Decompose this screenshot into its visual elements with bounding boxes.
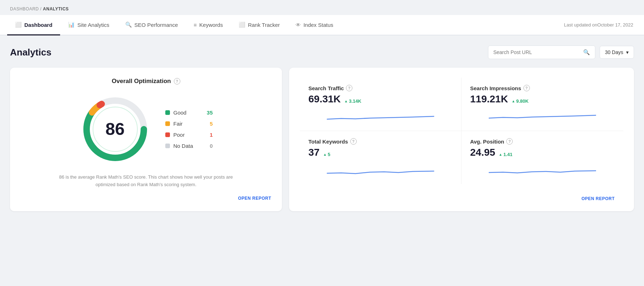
- metric-total-keywords: Total Keywords ? 37 5: [300, 131, 462, 184]
- avg-position-value: 24.95: [470, 147, 495, 158]
- rank-tracker-icon: ⬜: [239, 21, 245, 28]
- legend-nodata-label: No Data: [174, 143, 202, 149]
- search-impressions-value: 119.21K: [470, 93, 508, 105]
- avg-position-delta: 1.41: [499, 152, 512, 157]
- tab-rank-tracker-label: Rank Tracker: [248, 22, 280, 28]
- search-traffic-sparkline: [308, 109, 453, 123]
- main-content: Analytics 🔍 30 Days ▾ Overall Optimizati…: [0, 35, 644, 218]
- donut-score: 86: [106, 120, 125, 139]
- breadcrumb-separator: /: [40, 6, 42, 11]
- tab-site-analytics[interactable]: 📊 Site Analytics: [60, 15, 117, 35]
- index-status-icon: 👁: [296, 22, 301, 28]
- optimization-title: Overall Optimization ?: [21, 78, 271, 85]
- tab-keywords[interactable]: ≡ Keywords: [186, 15, 231, 35]
- tab-rank-tracker[interactable]: ⬜ Rank Tracker: [231, 15, 288, 35]
- breadcrumb-base: DASHBOARD: [10, 6, 39, 11]
- breadcrumb-current: ANALYTICS: [43, 6, 69, 11]
- total-keywords-value-row: 37 5: [308, 147, 453, 158]
- days-dropdown-label: 30 Days: [605, 49, 623, 55]
- search-impressions-sparkline: [470, 109, 615, 123]
- last-updated: Last updated on October 17, 2022: [560, 15, 637, 35]
- search-impressions-help-icon[interactable]: ?: [523, 85, 530, 91]
- days-dropdown[interactable]: 30 Days ▾: [600, 46, 634, 59]
- avg-position-help-icon[interactable]: ?: [506, 138, 513, 145]
- tab-seo-performance-label: SEO Performance: [135, 22, 178, 28]
- seo-icon: 🔍: [125, 21, 132, 28]
- search-url-input[interactable]: [493, 49, 580, 55]
- page-header: Analytics 🔍 30 Days ▾: [10, 45, 634, 59]
- open-report-right-button[interactable]: OPEN REPORT: [308, 196, 615, 201]
- legend-poor-label: Poor: [174, 132, 202, 138]
- keywords-icon: ≡: [194, 22, 197, 28]
- avg-position-sparkline: [470, 163, 615, 177]
- tab-index-status[interactable]: 👁 Index Status: [288, 15, 341, 35]
- optimization-card: Overall Optimization ?: [10, 68, 282, 211]
- open-report-left-button[interactable]: OPEN REPORT: [21, 196, 271, 201]
- tab-dashboard-label: Dashboard: [24, 22, 52, 28]
- tab-dashboard[interactable]: ⬜ Dashboard: [7, 15, 60, 35]
- search-traffic-delta: 3.14K: [344, 98, 361, 104]
- metric-search-impressions: Search Impressions ? 119.21K 9.80K: [462, 78, 623, 131]
- legend-fair-dot: [165, 121, 170, 126]
- total-keywords-value: 37: [308, 147, 319, 158]
- legend-poor: Poor 1: [165, 132, 213, 138]
- legend-fair-value: 5: [206, 121, 213, 127]
- legend-nodata: No Data 0: [165, 143, 213, 149]
- cards-row: Overall Optimization ?: [10, 68, 634, 211]
- tab-keywords-label: Keywords: [199, 22, 223, 28]
- metrics-footer: OPEN REPORT: [300, 184, 623, 201]
- total-keywords-sparkline: [308, 163, 453, 177]
- legend-fair: Fair 5: [165, 121, 213, 127]
- search-impressions-label: Search Impressions ?: [470, 85, 615, 91]
- legend-nodata-dot: [165, 144, 170, 148]
- search-impressions-delta: 9.80K: [512, 98, 529, 104]
- dashboard-icon: ⬜: [15, 21, 22, 28]
- search-url-box[interactable]: 🔍: [488, 45, 595, 59]
- total-keywords-delta: 5: [323, 152, 330, 157]
- avg-position-value-row: 24.95 1.41: [470, 147, 615, 158]
- total-keywords-help-icon[interactable]: ?: [350, 138, 357, 145]
- tabs-bar: ⬜ Dashboard 📊 Site Analytics 🔍 SEO Perfo…: [0, 15, 644, 35]
- donut-center: 86: [106, 121, 125, 138]
- metric-search-traffic: Search Traffic ? 69.31K 3.14K: [300, 78, 462, 131]
- search-impressions-value-row: 119.21K 9.80K: [470, 93, 615, 105]
- tab-site-analytics-label: Site Analytics: [77, 22, 109, 28]
- donut-chart: 86: [79, 93, 151, 165]
- last-updated-date: October 17, 2022: [597, 21, 633, 29]
- search-traffic-help-icon[interactable]: ?: [346, 85, 352, 91]
- page-title: Analytics: [10, 47, 52, 58]
- tab-index-status-label: Index Status: [303, 22, 333, 28]
- legend-good-dot: [165, 110, 170, 115]
- legend-poor-dot: [165, 132, 170, 137]
- breadcrumb: DASHBOARD / ANALYTICS: [0, 0, 644, 15]
- header-controls: 🔍 30 Days ▾: [488, 45, 634, 59]
- optimization-description: 86 is the average Rank Math's SEO score.…: [57, 174, 235, 189]
- site-analytics-icon: 📊: [68, 21, 75, 28]
- legend-fair-label: Fair: [174, 121, 202, 127]
- last-updated-label: Last updated on: [564, 21, 597, 29]
- search-traffic-label: Search Traffic ?: [308, 85, 453, 91]
- tab-seo-performance[interactable]: 🔍 SEO Performance: [117, 15, 186, 35]
- total-keywords-label: Total Keywords ?: [308, 138, 453, 145]
- optimization-help-icon[interactable]: ?: [174, 78, 180, 84]
- optimization-body: 86 Good 35 Fair 5: [21, 93, 271, 165]
- legend-good-value: 35: [206, 110, 213, 116]
- optimization-legend: Good 35 Fair 5 Poor 1 N: [165, 110, 213, 149]
- metrics-grid: Search Traffic ? 69.31K 3.14K Search Imp…: [300, 78, 623, 184]
- legend-nodata-value: 0: [206, 143, 213, 149]
- search-traffic-value-row: 69.31K 3.14K: [308, 93, 453, 105]
- metric-avg-position: Avg. Position ? 24.95 1.41: [462, 131, 623, 184]
- avg-position-label: Avg. Position ?: [470, 138, 615, 145]
- metrics-card: Search Traffic ? 69.31K 3.14K Search Imp…: [289, 68, 634, 211]
- tabs-list: ⬜ Dashboard 📊 Site Analytics 🔍 SEO Perfo…: [7, 15, 341, 35]
- search-traffic-value: 69.31K: [308, 93, 341, 105]
- legend-poor-value: 1: [206, 132, 213, 138]
- legend-good-label: Good: [174, 110, 202, 116]
- chevron-down-icon: ▾: [626, 49, 629, 55]
- legend-good: Good 35: [165, 110, 213, 116]
- search-icon: 🔍: [583, 49, 590, 55]
